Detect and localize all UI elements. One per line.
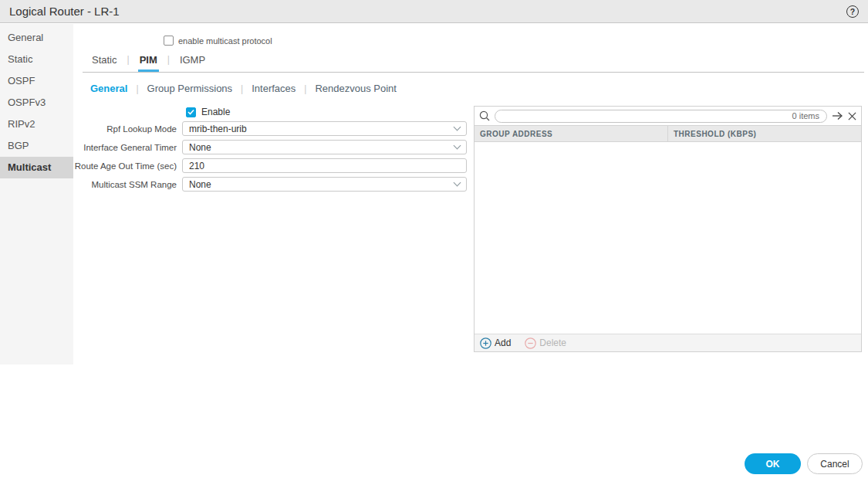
ok-button[interactable]: OK bbox=[745, 453, 801, 474]
chevron-down-icon bbox=[454, 124, 461, 131]
delete-button[interactable]: Delete bbox=[525, 337, 566, 349]
sidebar-item-ripv2[interactable]: RIPv2 bbox=[0, 114, 73, 135]
tab-divider: | bbox=[127, 54, 130, 65]
subtab-divider: | bbox=[136, 83, 138, 94]
table-header-row: GROUP ADDRESS THRESHOLD (KBPS) bbox=[475, 125, 861, 142]
delete-button-label: Delete bbox=[539, 337, 566, 348]
subtab-interfaces[interactable]: Interfaces bbox=[252, 83, 296, 94]
pim-subtabs: General | Group Permissions | Interfaces… bbox=[90, 83, 397, 94]
table-search-input[interactable]: 0 items bbox=[495, 110, 827, 123]
tab-pim[interactable]: PIM bbox=[138, 54, 159, 72]
chevron-down-icon bbox=[454, 179, 461, 187]
cancel-button[interactable]: Cancel bbox=[807, 453, 863, 474]
minus-circle-icon bbox=[525, 337, 536, 349]
table-body-empty bbox=[475, 143, 861, 334]
check-icon bbox=[187, 109, 194, 115]
table-search-row: 0 items bbox=[475, 107, 861, 125]
tab-divider: | bbox=[167, 54, 170, 65]
multicast-ssm-range-label: Multicast SSM Range bbox=[73, 180, 182, 189]
column-header-group-address[interactable]: GROUP ADDRESS bbox=[475, 126, 668, 141]
multicast-ssm-range-dropdown[interactable]: None bbox=[182, 177, 467, 192]
sidebar-item-general[interactable]: General bbox=[0, 27, 73, 49]
sidebar-item-ospf[interactable]: OSPF bbox=[0, 70, 73, 92]
clear-filter-close-icon[interactable] bbox=[848, 112, 856, 120]
dialog-titlebar: Logical Router - LR-1 ? bbox=[0, 0, 868, 23]
tab-igmp[interactable]: IGMP bbox=[178, 54, 207, 72]
route-age-out-time-label: Route Age Out Time (sec) bbox=[73, 161, 182, 171]
subtab-rendezvous-point[interactable]: Rendezvous Point bbox=[315, 83, 397, 94]
tab-static[interactable]: Static bbox=[90, 54, 119, 72]
route-age-out-time-input[interactable] bbox=[182, 158, 467, 173]
form-row-route-age-out-time: Route Age Out Time (sec) bbox=[73, 158, 467, 173]
rpf-lookup-mode-label: Rpf Lookup Mode bbox=[73, 124, 182, 134]
sidebar-item-static[interactable]: Static bbox=[0, 49, 73, 70]
interface-general-timer-dropdown[interactable]: None bbox=[182, 140, 467, 154]
help-icon[interactable]: ? bbox=[846, 5, 859, 18]
tabs-underline-rule bbox=[83, 72, 864, 73]
dialog-title: Logical Router - LR-1 bbox=[9, 5, 120, 18]
enable-multicast-protocol-label: enable multicast protocol bbox=[178, 36, 272, 46]
group-address-panel: 0 items GROUP ADDRESS THRESHOLD (KBPS) A… bbox=[474, 106, 862, 352]
sidebar-item-ospfv3[interactable]: OSPFv3 bbox=[0, 92, 73, 114]
form-row-interface-general-timer: Interface General Timer None bbox=[73, 140, 467, 154]
items-count-badge: 0 items bbox=[792, 111, 819, 120]
chevron-down-icon bbox=[454, 142, 461, 150]
sidebar-item-multicast[interactable]: Multicast bbox=[0, 157, 73, 178]
enable-multicast-protocol-checkbox[interactable] bbox=[164, 36, 174, 46]
pim-general-form: Rpf Lookup Mode mrib-then-urib Interface… bbox=[73, 121, 467, 195]
pim-enable-label: Enable bbox=[201, 107, 230, 117]
interface-general-timer-label: Interface General Timer bbox=[73, 143, 182, 152]
add-button[interactable]: Add bbox=[480, 337, 511, 349]
search-icon bbox=[479, 110, 490, 121]
form-row-multicast-ssm-range: Multicast SSM Range None bbox=[73, 177, 467, 192]
form-row-rpf-lookup-mode: Rpf Lookup Mode mrib-then-urib bbox=[73, 121, 467, 136]
sidebar: General Static OSPF OSPFv3 RIPv2 BGP Mul… bbox=[0, 24, 73, 365]
subtab-general[interactable]: General bbox=[90, 83, 127, 94]
pim-enable-checkbox[interactable] bbox=[186, 107, 196, 117]
add-button-label: Add bbox=[495, 337, 511, 348]
subtab-divider: | bbox=[304, 83, 306, 94]
plus-circle-icon bbox=[480, 337, 491, 349]
rpf-lookup-mode-value: mrib-then-urib bbox=[189, 124, 247, 134]
protocol-tabs: Static | PIM | IGMP bbox=[90, 54, 207, 72]
interface-general-timer-value: None bbox=[189, 142, 211, 153]
subtab-divider: | bbox=[241, 83, 243, 94]
apply-filter-arrow-icon[interactable] bbox=[832, 111, 843, 120]
logical-router-dialog: Logical Router - LR-1 ? General Static O… bbox=[0, 0, 868, 485]
enable-multicast-protocol-row: enable multicast protocol bbox=[164, 36, 272, 46]
rpf-lookup-mode-dropdown[interactable]: mrib-then-urib bbox=[182, 121, 467, 136]
pim-enable-row: Enable bbox=[186, 107, 230, 117]
multicast-ssm-range-value: None bbox=[189, 179, 211, 190]
sidebar-item-bgp[interactable]: BGP bbox=[0, 135, 73, 157]
table-footer: Add Delete bbox=[475, 334, 861, 351]
column-header-threshold[interactable]: THRESHOLD (KBPS) bbox=[668, 126, 861, 141]
subtab-group-permissions[interactable]: Group Permissions bbox=[147, 83, 233, 94]
